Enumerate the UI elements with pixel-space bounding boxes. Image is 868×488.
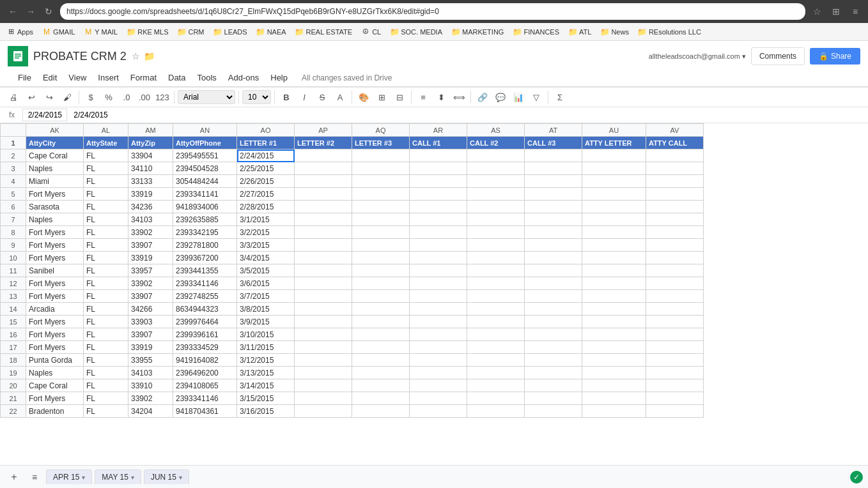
cell-ao-6[interactable]: 2/28/2015 — [237, 201, 295, 213]
empty-cell-7-1[interactable] — [352, 213, 410, 226]
empty-cell-11-6[interactable] — [646, 264, 704, 277]
empty-cell-8-2[interactable] — [410, 226, 467, 239]
empty-cell-18-6[interactable] — [646, 354, 704, 367]
cell-an-15[interactable]: 2399976464 — [173, 316, 237, 328]
empty-cell-7-2[interactable] — [410, 213, 467, 226]
empty-cell-10-4[interactable] — [525, 252, 582, 264]
col-header-aq[interactable]: AQ — [352, 124, 410, 137]
merge-button[interactable]: ⊟ — [391, 89, 408, 105]
cell-al-7[interactable]: FL — [84, 213, 128, 226]
empty-cell-21-2[interactable] — [410, 392, 467, 405]
bookmark-apps[interactable]: ⊞ Apps — [3, 26, 37, 38]
bookmark-star-icon[interactable]: ☆ — [809, 4, 825, 19]
cell-ak-16[interactable]: Fort Myers — [26, 328, 84, 341]
empty-cell-18-4[interactable] — [525, 354, 582, 367]
empty-cell-9-6[interactable] — [646, 239, 704, 252]
empty-cell-17-4[interactable] — [525, 341, 582, 354]
text-color-button[interactable]: A — [332, 89, 348, 105]
cell-an-21[interactable]: 2393341146 — [173, 392, 237, 405]
empty-cell-22-4[interactable] — [525, 405, 582, 418]
cell-ak-2[interactable]: Cape Coral — [26, 149, 84, 162]
cell-an-7[interactable]: 2392635885 — [173, 213, 237, 226]
header-call3[interactable]: CALL #3 — [525, 137, 582, 149]
empty-cell-15-6[interactable] — [646, 316, 704, 328]
empty-cell-9-4[interactable] — [525, 239, 582, 252]
empty-cell-4-5[interactable] — [582, 175, 646, 188]
bookmark-crm[interactable]: 📁 CRM — [173, 26, 208, 38]
cell-ak-7[interactable]: Naples — [26, 213, 84, 226]
header-call1[interactable]: CALL #1 — [410, 137, 467, 149]
cell-an-11[interactable]: 2393441355 — [173, 264, 237, 277]
cell-am-4[interactable]: 33133 — [128, 175, 173, 188]
empty-cell-6-2[interactable] — [410, 201, 467, 213]
empty-cell-16-6[interactable] — [646, 328, 704, 341]
cell-al-6[interactable]: FL — [84, 201, 128, 213]
empty-cell-2-3[interactable] — [467, 149, 525, 162]
bookmark-ymail[interactable]: M Y MAIL — [80, 26, 121, 38]
empty-cell-16-0[interactable] — [295, 328, 352, 341]
empty-cell-9-2[interactable] — [410, 239, 467, 252]
menu-tools[interactable]: Tools — [192, 70, 221, 85]
empty-cell-21-5[interactable] — [582, 392, 646, 405]
cell-al-16[interactable]: FL — [84, 328, 128, 341]
empty-cell-7-4[interactable] — [525, 213, 582, 226]
empty-cell-19-1[interactable] — [352, 367, 410, 379]
cell-am-19[interactable]: 34103 — [128, 367, 173, 379]
redo-button[interactable]: ↪ — [41, 89, 58, 105]
wrap-button[interactable]: ⟺ — [451, 89, 467, 105]
cell-al-15[interactable]: FL — [84, 316, 128, 328]
menu-data[interactable]: Data — [163, 70, 190, 85]
menu-addons[interactable]: Add-ons — [223, 70, 264, 85]
empty-cell-18-5[interactable] — [582, 354, 646, 367]
cell-ao-19[interactable]: 3/13/2015 — [237, 367, 295, 379]
empty-cell-6-0[interactable] — [295, 201, 352, 213]
empty-cell-21-3[interactable] — [467, 392, 525, 405]
cell-ao-10[interactable]: 3/4/2015 — [237, 252, 295, 264]
empty-cell-4-2[interactable] — [410, 175, 467, 188]
menu-insert[interactable]: Insert — [93, 70, 124, 85]
empty-cell-8-3[interactable] — [467, 226, 525, 239]
empty-cell-19-2[interactable] — [410, 367, 467, 379]
empty-cell-13-4[interactable] — [525, 290, 582, 303]
cell-ao-4[interactable]: 2/26/2015 — [237, 175, 295, 188]
empty-cell-2-2[interactable] — [410, 149, 467, 162]
empty-cell-16-2[interactable] — [410, 328, 467, 341]
empty-cell-6-6[interactable] — [646, 201, 704, 213]
header-letter1[interactable]: LETTER #1 — [237, 137, 295, 149]
cell-am-10[interactable]: 33919 — [128, 252, 173, 264]
empty-cell-12-4[interactable] — [525, 277, 582, 290]
cell-am-22[interactable]: 34204 — [128, 405, 173, 418]
empty-cell-11-1[interactable] — [352, 264, 410, 277]
address-bar[interactable]: https://docs.google.com/spreadsheets/d/1… — [60, 3, 805, 20]
cell-an-10[interactable]: 2399367200 — [173, 252, 237, 264]
empty-cell-10-3[interactable] — [467, 252, 525, 264]
empty-cell-20-5[interactable] — [582, 379, 646, 392]
empty-cell-11-4[interactable] — [525, 264, 582, 277]
empty-cell-2-5[interactable] — [582, 149, 646, 162]
header-call2[interactable]: CALL #2 — [467, 137, 525, 149]
fill-color-button[interactable]: 🎨 — [355, 89, 372, 105]
borders-button[interactable]: ⊞ — [373, 89, 390, 105]
cell-ak-5[interactable]: Fort Myers — [26, 188, 84, 201]
col-header-au[interactable]: AU — [582, 124, 646, 137]
cell-an-13[interactable]: 2392748255 — [173, 290, 237, 303]
col-header-ar[interactable]: AR — [410, 124, 467, 137]
bookmark-soc-media[interactable]: 📁 SOC. MEDIA — [386, 26, 446, 38]
sheet-tab-may15[interactable]: MAY 15 ▾ — [95, 469, 141, 484]
empty-cell-5-6[interactable] — [646, 188, 704, 201]
empty-cell-4-6[interactable] — [646, 175, 704, 188]
cell-al-11[interactable]: FL — [84, 264, 128, 277]
cell-ao-2[interactable]: 2/24/2015 — [237, 149, 295, 162]
cell-an-19[interactable]: 2396496200 — [173, 367, 237, 379]
empty-cell-7-0[interactable] — [295, 213, 352, 226]
empty-cell-16-4[interactable] — [525, 328, 582, 341]
cell-ak-11[interactable]: Sanibel — [26, 264, 84, 277]
forward-button[interactable]: → — [23, 4, 38, 19]
empty-cell-13-1[interactable] — [352, 290, 410, 303]
menu-edit[interactable]: Edit — [38, 70, 62, 85]
settings-icon[interactable]: ≡ — [848, 4, 863, 19]
cell-am-3[interactable]: 34110 — [128, 162, 173, 175]
cell-am-14[interactable]: 34266 — [128, 303, 173, 316]
empty-cell-15-1[interactable] — [352, 316, 410, 328]
empty-cell-12-3[interactable] — [467, 277, 525, 290]
